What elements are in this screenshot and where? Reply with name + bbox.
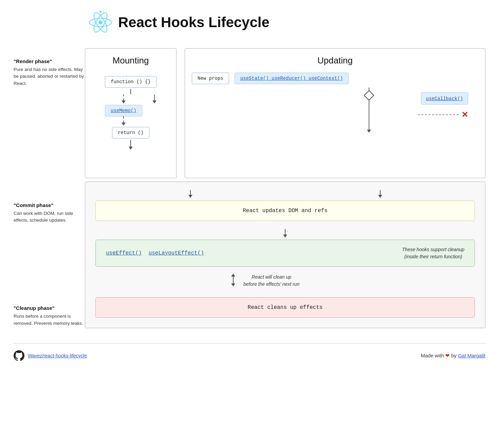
cleanup-box: React cleans up effects bbox=[95, 297, 475, 318]
use-memo-box[interactable]: useMemo() bbox=[105, 105, 142, 116]
use-layout-effect-link[interactable]: useLayoutEffect() bbox=[149, 250, 204, 256]
updating-title: Updating bbox=[192, 55, 478, 66]
mounting-title: Mounting bbox=[92, 55, 169, 66]
use-effect-link[interactable]: useEffect() bbox=[106, 250, 142, 256]
return-box: return () bbox=[112, 127, 149, 138]
x-mark: ✕ bbox=[461, 110, 468, 119]
footer-right: Made with ❤ by Gal Margalit bbox=[421, 353, 485, 359]
author-link[interactable]: Gal Margalit bbox=[458, 353, 485, 358]
mounting-flow: function () {} bbox=[92, 73, 169, 150]
commit-section-wrapper: React updates DOM and refs useEffect() u… bbox=[85, 182, 485, 328]
main-diagram: "Render phase" Pure and has no side effe… bbox=[14, 48, 485, 330]
commit-phase-label: "Commit phase" Can work with DOM, run si… bbox=[14, 202, 85, 224]
top-row: Mounting function () {} bbox=[85, 48, 485, 178]
heart-icon: ❤ bbox=[445, 353, 450, 358]
state-hooks-box[interactable]: useState() useReducer() useContext() bbox=[235, 73, 349, 84]
svg-point-4 bbox=[99, 11, 101, 13]
commit-phase-desc: Can work with DOM, run side effects, sch… bbox=[14, 210, 85, 224]
github-icon bbox=[14, 350, 24, 361]
render-phase-title: "Render phase" bbox=[14, 58, 85, 64]
page-header: React Hooks Lifecycle bbox=[14, 10, 485, 35]
render-phase-desc: Pure and has no side effects. May be pau… bbox=[14, 66, 85, 87]
react-logo bbox=[88, 10, 113, 35]
effects-links: useEffect() useLayoutEffect() bbox=[106, 250, 204, 256]
updating-inner: New props useState() useReducer() useCon… bbox=[192, 73, 478, 168]
cleanup-phase-desc: Runs before a component is removed. Prev… bbox=[14, 313, 85, 327]
effects-note: These hooks support cleanup (inside thei… bbox=[402, 246, 464, 260]
cleanup-note: React will clean up before the effects' … bbox=[243, 274, 299, 288]
state-hooks-link[interactable]: useState() useReducer() useContext() bbox=[240, 76, 343, 81]
function-box: function () {} bbox=[105, 76, 156, 88]
new-props-box: New props bbox=[192, 73, 229, 84]
cleanup-phase-title: "Cleanup phase" bbox=[14, 305, 85, 311]
commit-section: React updates DOM and refs useEffect() u… bbox=[85, 182, 485, 328]
cleanup-phase-label: "Cleanup phase" Runs before a component … bbox=[14, 305, 85, 327]
use-memo-link[interactable]: useMemo() bbox=[111, 108, 136, 113]
effects-box: useEffect() useLayoutEffect() These hook… bbox=[95, 240, 475, 267]
render-phase-label: "Render phase" Pure and has no side effe… bbox=[14, 58, 85, 87]
diagram: Mounting function () {} bbox=[85, 48, 485, 330]
github-link[interactable]: Wavez/react-hooks-lifecycle bbox=[28, 353, 87, 358]
svg-point-0 bbox=[98, 20, 103, 24]
commit-phase-title: "Commit phase" bbox=[14, 202, 85, 208]
dom-updates-box: React updates DOM and refs bbox=[95, 201, 475, 221]
decision-diamond bbox=[364, 90, 374, 100]
updating-box: Updating New props useState() useReducer… bbox=[185, 48, 485, 178]
footer: Wavez/react-hooks-lifecycle Made with ❤ … bbox=[14, 343, 485, 361]
footer-left: Wavez/react-hooks-lifecycle bbox=[14, 350, 87, 361]
page-title: React Hooks Lifecycle bbox=[118, 14, 270, 31]
use-callback-box[interactable]: useCallback() bbox=[421, 92, 468, 105]
mounting-box: Mounting function () {} bbox=[85, 48, 177, 178]
function-step: function () {} bbox=[105, 76, 156, 88]
use-callback-link[interactable]: useCallback() bbox=[426, 96, 463, 101]
phase-labels: "Render phase" Pure and has no side effe… bbox=[14, 48, 85, 330]
